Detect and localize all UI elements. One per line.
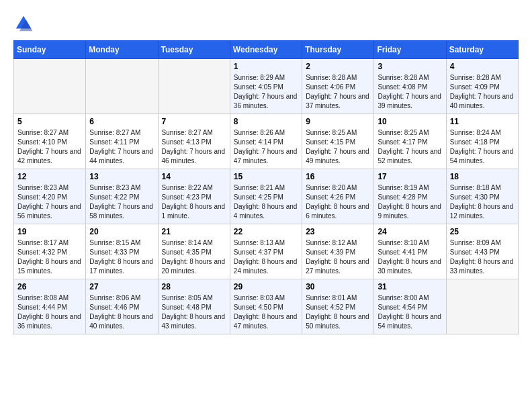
day-number: 23 — [306, 227, 370, 236]
day-cell: 1Sunrise: 8:29 AM Sunset: 4:05 PM Daylig… — [230, 59, 302, 114]
week-row-5: 26Sunrise: 8:08 AM Sunset: 4:44 PM Dayli… — [14, 279, 519, 334]
logo — [13, 13, 36, 34]
day-number: 6 — [89, 117, 154, 126]
day-number: 8 — [234, 117, 298, 126]
day-cell: 9Sunrise: 8:25 AM Sunset: 4:15 PM Daylig… — [302, 114, 374, 169]
day-cell: 14Sunrise: 8:22 AM Sunset: 4:23 PM Dayli… — [158, 169, 230, 224]
day-cell: 3Sunrise: 8:28 AM Sunset: 4:08 PM Daylig… — [374, 59, 446, 114]
week-row-3: 12Sunrise: 8:23 AM Sunset: 4:20 PM Dayli… — [14, 169, 519, 224]
page-header — [13, 13, 519, 34]
day-info: Sunrise: 8:14 AM Sunset: 4:35 PM Dayligh… — [162, 238, 226, 276]
day-info: Sunrise: 8:15 AM Sunset: 4:33 PM Dayligh… — [89, 238, 154, 276]
day-cell: 27Sunrise: 8:06 AM Sunset: 4:46 PM Dayli… — [86, 279, 158, 334]
day-cell: 8Sunrise: 8:26 AM Sunset: 4:14 PM Daylig… — [230, 114, 302, 169]
calendar-header-row: SundayMondayTuesdayWednesdayThursdayFrid… — [14, 41, 519, 59]
day-info: Sunrise: 8:19 AM Sunset: 4:28 PM Dayligh… — [378, 183, 442, 221]
day-number: 4 — [450, 62, 515, 71]
day-cell: 19Sunrise: 8:17 AM Sunset: 4:32 PM Dayli… — [14, 224, 86, 279]
column-header-monday: Monday — [86, 41, 158, 59]
day-cell: 15Sunrise: 8:21 AM Sunset: 4:25 PM Dayli… — [230, 169, 302, 224]
day-info: Sunrise: 8:26 AM Sunset: 4:14 PM Dayligh… — [234, 128, 298, 166]
week-row-1: 1Sunrise: 8:29 AM Sunset: 4:05 PM Daylig… — [14, 59, 519, 114]
day-cell: 5Sunrise: 8:27 AM Sunset: 4:10 PM Daylig… — [14, 114, 86, 169]
day-cell — [86, 59, 158, 114]
column-header-friday: Friday — [374, 41, 446, 59]
day-info: Sunrise: 8:27 AM Sunset: 4:11 PM Dayligh… — [89, 128, 154, 166]
column-header-wednesday: Wednesday — [230, 41, 302, 59]
day-cell: 6Sunrise: 8:27 AM Sunset: 4:11 PM Daylig… — [86, 114, 158, 169]
day-cell: 21Sunrise: 8:14 AM Sunset: 4:35 PM Dayli… — [158, 224, 230, 279]
day-number: 22 — [234, 227, 298, 236]
day-cell: 12Sunrise: 8:23 AM Sunset: 4:20 PM Dayli… — [14, 169, 86, 224]
day-number: 20 — [89, 227, 154, 236]
day-number: 10 — [378, 117, 442, 126]
day-info: Sunrise: 8:03 AM Sunset: 4:50 PM Dayligh… — [234, 293, 298, 331]
day-info: Sunrise: 8:27 AM Sunset: 4:13 PM Dayligh… — [162, 128, 226, 166]
day-cell: 25Sunrise: 8:09 AM Sunset: 4:43 PM Dayli… — [446, 224, 518, 279]
week-row-4: 19Sunrise: 8:17 AM Sunset: 4:32 PM Dayli… — [14, 224, 519, 279]
day-info: Sunrise: 8:22 AM Sunset: 4:23 PM Dayligh… — [162, 183, 226, 221]
day-info: Sunrise: 8:01 AM Sunset: 4:52 PM Dayligh… — [306, 293, 370, 331]
day-cell: 18Sunrise: 8:18 AM Sunset: 4:30 PM Dayli… — [446, 169, 518, 224]
day-info: Sunrise: 8:23 AM Sunset: 4:20 PM Dayligh… — [17, 183, 82, 221]
day-number: 16 — [306, 172, 370, 181]
day-info: Sunrise: 8:10 AM Sunset: 4:41 PM Dayligh… — [378, 238, 442, 276]
day-cell: 29Sunrise: 8:03 AM Sunset: 4:50 PM Dayli… — [230, 279, 302, 334]
day-info: Sunrise: 8:06 AM Sunset: 4:46 PM Dayligh… — [89, 293, 154, 331]
day-cell: 13Sunrise: 8:23 AM Sunset: 4:22 PM Dayli… — [86, 169, 158, 224]
day-cell — [446, 279, 518, 334]
day-cell: 10Sunrise: 8:25 AM Sunset: 4:17 PM Dayli… — [374, 114, 446, 169]
day-number: 3 — [378, 62, 442, 71]
day-info: Sunrise: 8:12 AM Sunset: 4:39 PM Dayligh… — [306, 238, 370, 276]
day-info: Sunrise: 8:28 AM Sunset: 4:06 PM Dayligh… — [306, 73, 370, 111]
day-info: Sunrise: 8:08 AM Sunset: 4:44 PM Dayligh… — [17, 293, 82, 331]
day-number: 30 — [306, 282, 370, 291]
day-cell: 2Sunrise: 8:28 AM Sunset: 4:06 PM Daylig… — [302, 59, 374, 114]
day-cell: 23Sunrise: 8:12 AM Sunset: 4:39 PM Dayli… — [302, 224, 374, 279]
day-info: Sunrise: 8:18 AM Sunset: 4:30 PM Dayligh… — [450, 183, 515, 221]
column-header-saturday: Saturday — [446, 41, 518, 59]
day-number: 24 — [378, 227, 442, 236]
day-number: 14 — [162, 172, 226, 181]
day-info: Sunrise: 8:13 AM Sunset: 4:37 PM Dayligh… — [234, 238, 298, 276]
day-number: 12 — [17, 172, 82, 181]
day-info: Sunrise: 8:05 AM Sunset: 4:48 PM Dayligh… — [162, 293, 226, 331]
day-info: Sunrise: 8:09 AM Sunset: 4:43 PM Dayligh… — [450, 238, 515, 276]
day-number: 21 — [162, 227, 226, 236]
day-cell: 4Sunrise: 8:28 AM Sunset: 4:09 PM Daylig… — [446, 59, 518, 114]
day-number: 15 — [234, 172, 298, 181]
day-info: Sunrise: 8:28 AM Sunset: 4:08 PM Dayligh… — [378, 73, 442, 111]
day-info: Sunrise: 8:25 AM Sunset: 4:15 PM Dayligh… — [306, 128, 370, 166]
day-cell: 30Sunrise: 8:01 AM Sunset: 4:52 PM Dayli… — [302, 279, 374, 334]
day-info: Sunrise: 8:28 AM Sunset: 4:09 PM Dayligh… — [450, 73, 515, 111]
day-cell: 26Sunrise: 8:08 AM Sunset: 4:44 PM Dayli… — [14, 279, 86, 334]
day-cell: 31Sunrise: 8:00 AM Sunset: 4:54 PM Dayli… — [374, 279, 446, 334]
day-cell: 24Sunrise: 8:10 AM Sunset: 4:41 PM Dayli… — [374, 224, 446, 279]
day-info: Sunrise: 8:20 AM Sunset: 4:26 PM Dayligh… — [306, 183, 370, 221]
day-number: 18 — [450, 172, 515, 181]
day-cell: 28Sunrise: 8:05 AM Sunset: 4:48 PM Dayli… — [158, 279, 230, 334]
day-info: Sunrise: 8:00 AM Sunset: 4:54 PM Dayligh… — [378, 293, 442, 331]
calendar-table: SundayMondayTuesdayWednesdayThursdayFrid… — [13, 40, 519, 334]
column-header-thursday: Thursday — [302, 41, 374, 59]
day-number: 9 — [306, 117, 370, 126]
day-cell — [158, 59, 230, 114]
day-number: 19 — [17, 227, 82, 236]
column-header-sunday: Sunday — [14, 41, 86, 59]
day-cell: 16Sunrise: 8:20 AM Sunset: 4:26 PM Dayli… — [302, 169, 374, 224]
day-info: Sunrise: 8:23 AM Sunset: 4:22 PM Dayligh… — [89, 183, 154, 221]
day-number: 31 — [378, 282, 442, 291]
day-number: 27 — [89, 282, 154, 291]
day-number: 2 — [306, 62, 370, 71]
day-number: 26 — [17, 282, 82, 291]
day-number: 7 — [162, 117, 226, 126]
day-info: Sunrise: 8:25 AM Sunset: 4:17 PM Dayligh… — [378, 128, 442, 166]
week-row-2: 5Sunrise: 8:27 AM Sunset: 4:10 PM Daylig… — [14, 114, 519, 169]
logo-icon — [13, 13, 34, 34]
day-number: 5 — [17, 117, 82, 126]
day-cell — [14, 59, 86, 114]
day-info: Sunrise: 8:17 AM Sunset: 4:32 PM Dayligh… — [17, 238, 82, 276]
day-info: Sunrise: 8:29 AM Sunset: 4:05 PM Dayligh… — [234, 73, 298, 111]
day-number: 29 — [234, 282, 298, 291]
day-number: 13 — [89, 172, 154, 181]
